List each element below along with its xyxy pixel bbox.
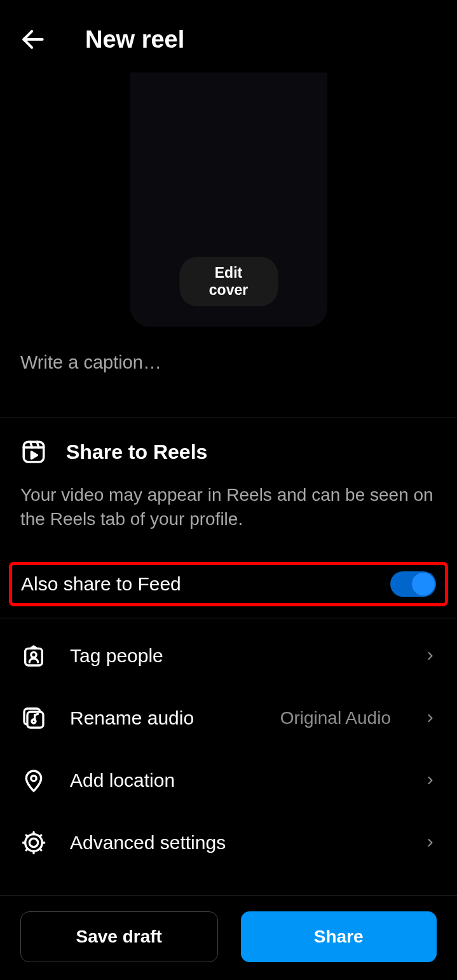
also-share-to-feed-label: Also share to Feed (21, 573, 181, 595)
chevron-right-icon (424, 836, 437, 849)
location-icon (20, 767, 47, 794)
rename-audio-row[interactable]: Rename audio Original Audio (20, 687, 437, 749)
edit-cover-button[interactable]: Edit cover (179, 257, 278, 306)
preview-area: Edit cover (0, 72, 457, 327)
arrow-left-icon (19, 25, 47, 53)
share-button[interactable]: Share (241, 911, 437, 962)
svg-marker-5 (32, 452, 38, 459)
chevron-right-icon (424, 774, 437, 787)
save-draft-button[interactable]: Save draft (20, 911, 218, 962)
share-to-reels-description: Your video may appear in Reels and can b… (20, 483, 437, 531)
svg-rect-1 (24, 442, 44, 462)
share-to-reels-section: Share to Reels Your video may appear in … (0, 418, 457, 549)
caption-input[interactable]: Write a caption… (0, 327, 457, 418)
svg-point-13 (29, 838, 38, 847)
share-to-reels-title: Share to Reels (66, 440, 207, 464)
back-button[interactable] (19, 25, 47, 53)
reel-preview-thumbnail[interactable]: Edit cover (130, 72, 327, 327)
add-location-label: Add location (70, 770, 401, 791)
menu-list: Tag people Rename audio Original Audio (0, 618, 457, 874)
gear-icon (20, 829, 47, 856)
tag-people-icon (20, 643, 47, 669)
divider (0, 895, 457, 896)
section-header: Share to Reels (20, 439, 437, 465)
header: New reel (0, 0, 457, 72)
reels-icon (20, 439, 47, 465)
add-location-row[interactable]: Add location (20, 749, 437, 812)
bottom-bar: Save draft Share (0, 911, 457, 962)
page-title: New reel (85, 26, 184, 53)
toggle-knob (412, 573, 435, 595)
advanced-settings-label: Advanced settings (70, 832, 401, 854)
audio-icon (20, 705, 47, 732)
also-share-to-feed-row[interactable]: Also share to Feed (9, 562, 448, 606)
tag-people-label: Tag people (70, 645, 401, 667)
chevron-right-icon (424, 712, 437, 725)
chevron-right-icon (424, 650, 437, 662)
svg-point-7 (31, 652, 36, 657)
svg-point-11 (31, 775, 36, 780)
advanced-settings-row[interactable]: Advanced settings (20, 812, 437, 874)
tag-people-row[interactable]: Tag people (20, 625, 437, 687)
also-share-to-feed-toggle[interactable] (390, 571, 436, 597)
rename-audio-value: Original Audio (280, 708, 391, 728)
rename-audio-label: Rename audio (70, 707, 257, 729)
